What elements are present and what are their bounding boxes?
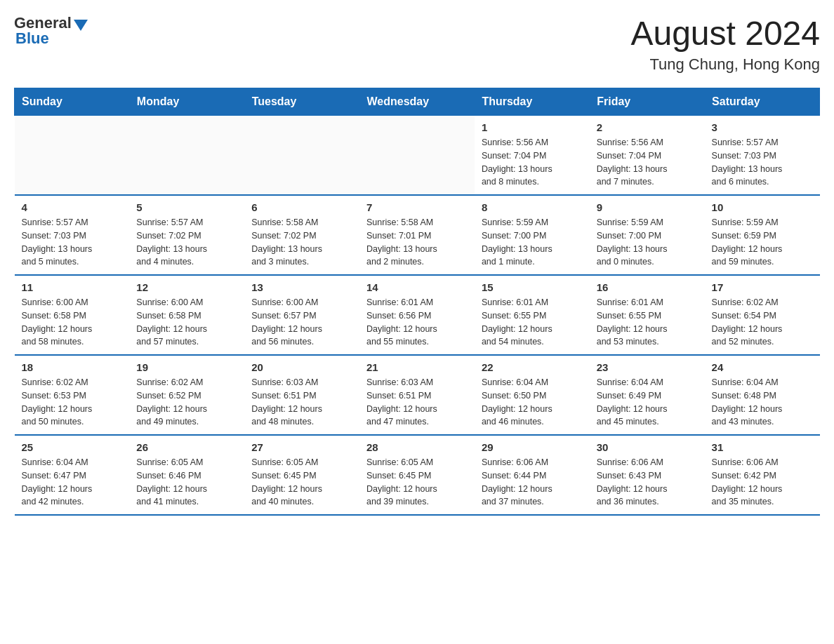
calendar-cell: 22Sunrise: 6:04 AM Sunset: 6:50 PM Dayli… (475, 355, 590, 435)
page-header: General Blue August 2024 Tung Chung, Hon… (14, 14, 820, 74)
day-info: Sunrise: 6:01 AM Sunset: 6:55 PM Dayligh… (482, 296, 583, 349)
calendar-cell: 29Sunrise: 6:06 AM Sunset: 6:44 PM Dayli… (475, 435, 590, 515)
calendar-week-row: 1Sunrise: 5:56 AM Sunset: 7:04 PM Daylig… (15, 116, 820, 196)
calendar-cell: 10Sunrise: 5:59 AM Sunset: 6:59 PM Dayli… (705, 195, 820, 275)
day-info: Sunrise: 6:04 AM Sunset: 6:48 PM Dayligh… (712, 376, 813, 429)
calendar-cell: 11Sunrise: 6:00 AM Sunset: 6:58 PM Dayli… (15, 275, 130, 355)
day-info: Sunrise: 6:06 AM Sunset: 6:44 PM Dayligh… (482, 456, 583, 509)
day-info: Sunrise: 5:56 AM Sunset: 7:04 PM Dayligh… (482, 136, 583, 189)
calendar-cell: 2Sunrise: 5:56 AM Sunset: 7:04 PM Daylig… (590, 116, 705, 196)
calendar-week-row: 18Sunrise: 6:02 AM Sunset: 6:53 PM Dayli… (15, 355, 820, 435)
day-number: 5 (136, 201, 237, 213)
day-number: 15 (482, 281, 583, 293)
calendar-cell: 19Sunrise: 6:02 AM Sunset: 6:52 PM Dayli… (129, 355, 244, 435)
day-number: 30 (597, 441, 698, 453)
day-of-week-header: Sunday (15, 88, 130, 116)
day-info: Sunrise: 5:59 AM Sunset: 7:00 PM Dayligh… (482, 216, 583, 269)
day-info: Sunrise: 5:59 AM Sunset: 6:59 PM Dayligh… (712, 216, 813, 269)
calendar-cell: 17Sunrise: 6:02 AM Sunset: 6:54 PM Dayli… (705, 275, 820, 355)
logo-triangle-icon (74, 20, 88, 31)
day-number: 20 (251, 361, 352, 373)
calendar-cell: 20Sunrise: 6:03 AM Sunset: 6:51 PM Dayli… (244, 355, 359, 435)
day-number: 3 (712, 121, 813, 133)
day-number: 18 (22, 361, 123, 373)
day-number: 27 (251, 441, 352, 453)
calendar-cell: 28Sunrise: 6:05 AM Sunset: 6:45 PM Dayli… (359, 435, 475, 515)
calendar-cell: 14Sunrise: 6:01 AM Sunset: 6:56 PM Dayli… (359, 275, 475, 355)
day-info: Sunrise: 5:57 AM Sunset: 7:03 PM Dayligh… (22, 216, 123, 269)
day-number: 6 (251, 201, 352, 213)
calendar-cell: 9Sunrise: 5:59 AM Sunset: 7:00 PM Daylig… (590, 195, 705, 275)
day-info: Sunrise: 6:01 AM Sunset: 6:56 PM Dayligh… (366, 296, 468, 349)
calendar-cell: 27Sunrise: 6:05 AM Sunset: 6:45 PM Dayli… (244, 435, 359, 515)
day-number: 26 (136, 441, 237, 453)
calendar-cell: 15Sunrise: 6:01 AM Sunset: 6:55 PM Dayli… (475, 275, 590, 355)
day-info: Sunrise: 5:58 AM Sunset: 7:01 PM Dayligh… (366, 216, 468, 269)
day-number: 21 (366, 361, 468, 373)
calendar-cell: 18Sunrise: 6:02 AM Sunset: 6:53 PM Dayli… (15, 355, 130, 435)
day-number: 29 (482, 441, 583, 453)
day-number: 19 (136, 361, 237, 373)
calendar-cell: 8Sunrise: 5:59 AM Sunset: 7:00 PM Daylig… (475, 195, 590, 275)
calendar-cell: 21Sunrise: 6:03 AM Sunset: 6:51 PM Dayli… (359, 355, 475, 435)
calendar-cell: 24Sunrise: 6:04 AM Sunset: 6:48 PM Dayli… (705, 355, 820, 435)
day-number: 8 (482, 201, 583, 213)
calendar-week-row: 25Sunrise: 6:04 AM Sunset: 6:47 PM Dayli… (15, 435, 820, 515)
day-info: Sunrise: 6:03 AM Sunset: 6:51 PM Dayligh… (251, 376, 352, 429)
day-number: 10 (712, 201, 813, 213)
day-info: Sunrise: 6:05 AM Sunset: 6:46 PM Dayligh… (136, 456, 237, 509)
day-info: Sunrise: 6:04 AM Sunset: 6:49 PM Dayligh… (597, 376, 698, 429)
day-info: Sunrise: 5:58 AM Sunset: 7:02 PM Dayligh… (251, 216, 352, 269)
day-info: Sunrise: 5:59 AM Sunset: 7:00 PM Dayligh… (597, 216, 698, 269)
day-info: Sunrise: 5:56 AM Sunset: 7:04 PM Dayligh… (597, 136, 698, 189)
day-number: 24 (712, 361, 813, 373)
day-number: 13 (251, 281, 352, 293)
day-number: 12 (136, 281, 237, 293)
day-info: Sunrise: 6:02 AM Sunset: 6:52 PM Dayligh… (136, 376, 237, 429)
day-info: Sunrise: 6:05 AM Sunset: 6:45 PM Dayligh… (251, 456, 352, 509)
calendar-cell (244, 116, 359, 196)
calendar-cell (129, 116, 244, 196)
day-number: 7 (366, 201, 468, 213)
day-info: Sunrise: 6:04 AM Sunset: 6:47 PM Dayligh… (22, 456, 123, 509)
day-of-week-header: Thursday (475, 88, 590, 116)
calendar-cell (359, 116, 475, 196)
day-of-week-header: Saturday (705, 88, 820, 116)
day-of-week-header: Wednesday (359, 88, 475, 116)
day-number: 31 (712, 441, 813, 453)
calendar-header-row: SundayMondayTuesdayWednesdayThursdayFrid… (15, 88, 820, 116)
day-info: Sunrise: 6:01 AM Sunset: 6:55 PM Dayligh… (597, 296, 698, 349)
subtitle: Tung Chung, Hong Kong (630, 55, 820, 74)
day-info: Sunrise: 5:57 AM Sunset: 7:02 PM Dayligh… (136, 216, 237, 269)
calendar-cell: 31Sunrise: 6:06 AM Sunset: 6:42 PM Dayli… (705, 435, 820, 515)
day-of-week-header: Monday (129, 88, 244, 116)
day-info: Sunrise: 6:00 AM Sunset: 6:57 PM Dayligh… (251, 296, 352, 349)
calendar-week-row: 11Sunrise: 6:00 AM Sunset: 6:58 PM Dayli… (15, 275, 820, 355)
calendar-cell (15, 116, 130, 196)
calendar-cell: 3Sunrise: 5:57 AM Sunset: 7:03 PM Daylig… (705, 116, 820, 196)
day-info: Sunrise: 6:05 AM Sunset: 6:45 PM Dayligh… (366, 456, 468, 509)
day-of-week-header: Tuesday (244, 88, 359, 116)
calendar-cell: 6Sunrise: 5:58 AM Sunset: 7:02 PM Daylig… (244, 195, 359, 275)
title-area: August 2024 Tung Chung, Hong Kong (630, 14, 820, 74)
day-number: 25 (22, 441, 123, 453)
day-number: 14 (366, 281, 468, 293)
day-number: 28 (366, 441, 468, 453)
day-info: Sunrise: 5:57 AM Sunset: 7:03 PM Dayligh… (712, 136, 813, 189)
day-info: Sunrise: 6:04 AM Sunset: 6:50 PM Dayligh… (482, 376, 583, 429)
day-info: Sunrise: 6:00 AM Sunset: 6:58 PM Dayligh… (22, 296, 123, 349)
calendar-cell: 12Sunrise: 6:00 AM Sunset: 6:58 PM Dayli… (129, 275, 244, 355)
calendar-cell: 26Sunrise: 6:05 AM Sunset: 6:46 PM Dayli… (129, 435, 244, 515)
day-number: 9 (597, 201, 698, 213)
day-number: 17 (712, 281, 813, 293)
day-of-week-header: Friday (590, 88, 705, 116)
calendar-cell: 7Sunrise: 5:58 AM Sunset: 7:01 PM Daylig… (359, 195, 475, 275)
day-info: Sunrise: 6:03 AM Sunset: 6:51 PM Dayligh… (366, 376, 468, 429)
day-info: Sunrise: 6:06 AM Sunset: 6:42 PM Dayligh… (712, 456, 813, 509)
calendar-cell: 25Sunrise: 6:04 AM Sunset: 6:47 PM Dayli… (15, 435, 130, 515)
day-info: Sunrise: 6:02 AM Sunset: 6:53 PM Dayligh… (22, 376, 123, 429)
calendar-cell: 4Sunrise: 5:57 AM Sunset: 7:03 PM Daylig… (15, 195, 130, 275)
day-info: Sunrise: 6:06 AM Sunset: 6:43 PM Dayligh… (597, 456, 698, 509)
calendar-cell: 5Sunrise: 5:57 AM Sunset: 7:02 PM Daylig… (129, 195, 244, 275)
day-number: 11 (22, 281, 123, 293)
